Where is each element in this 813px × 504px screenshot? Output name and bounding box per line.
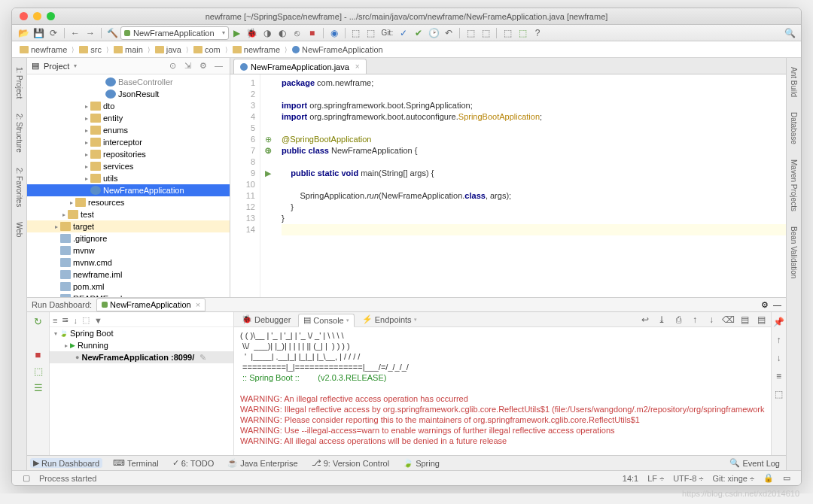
tree-node[interactable]: ▸entity (27, 112, 230, 124)
dash-tree[interactable]: ≡≡̵↓⬚▼ ▾🍃Spring Boot▸▶Running●NewFrameAp… (50, 312, 234, 455)
bottom-tab[interactable]: ⌨Terminal (110, 458, 162, 468)
hide-icon[interactable]: — (773, 300, 781, 309)
expand-icon[interactable]: ▸ (68, 199, 75, 206)
breadcrumb-item[interactable]: main (111, 45, 146, 54)
tool-tab[interactable]: Bean Validation (788, 222, 799, 283)
expand-icon[interactable]: ▸ (83, 139, 90, 146)
hide-icon[interactable]: — (215, 61, 225, 71)
settings-icon[interactable]: ⚙ (761, 300, 769, 310)
tool-tab[interactable]: 2: Structure (14, 109, 25, 157)
bottom-tab[interactable]: ✓6: TODO (169, 458, 218, 468)
tree-node[interactable]: ▸interceptor (27, 136, 230, 148)
tree-node[interactable]: BaseController (27, 76, 230, 88)
tool-tab[interactable]: Maven Projects (788, 155, 799, 216)
save-icon[interactable]: 💾 (32, 26, 45, 40)
event-log-tab[interactable]: 🔍Event Log (726, 458, 783, 468)
rerun-icon[interactable]: ↻ (32, 315, 44, 327)
more-icon[interactable]: ☰ (32, 381, 44, 393)
expand-icon[interactable]: ▸ (60, 211, 68, 218)
filter-icon[interactable]: ↓ (73, 316, 78, 325)
bottom-tab[interactable]: ▶Run Dashboard (30, 458, 102, 468)
layout-icon[interactable]: ⬚ (32, 365, 44, 377)
run-config-selector[interactable]: NewFrameApplication (120, 26, 229, 40)
bookmark-icon[interactable]: 📌 (772, 315, 786, 329)
filter-icon[interactable]: ▼ (94, 316, 102, 325)
filter-icon[interactable]: ≡̵ (62, 315, 69, 325)
locate-icon[interactable]: ⊙ (169, 61, 180, 71)
tree-node[interactable]: mvnw.cmd (27, 257, 230, 269)
debug-icon[interactable]: 🐞 (245, 26, 259, 40)
filter-icon[interactable] (32, 332, 44, 344)
services-icon[interactable]: ⬚ (516, 26, 529, 40)
breadcrumb-item[interactable]: newframe (17, 45, 70, 54)
tool-tab[interactable]: Web (14, 217, 25, 241)
tree-node[interactable]: ▸dto (27, 100, 230, 112)
git-branch[interactable]: Git: xinge ÷ (712, 474, 754, 483)
up-icon[interactable]: ↑ (772, 333, 786, 347)
console-tab[interactable]: ⚡Endpoints▾ (358, 313, 422, 326)
console-output[interactable]: ( ( )\__ | '_ | '_| | '_ \/ _' | \ \ \ \… (234, 327, 771, 455)
git-update-icon[interactable]: ✓ (397, 26, 410, 40)
close-tab-icon[interactable]: × (355, 62, 360, 71)
cursor-position[interactable]: 14:1 (623, 474, 638, 483)
soft-wrap-icon[interactable]: ↩ (638, 313, 652, 326)
tree-node[interactable]: .gitignore (27, 232, 230, 244)
console-tab[interactable]: 🐞Debugger (237, 313, 295, 326)
tree-node[interactable]: NewFrameApplication (27, 184, 230, 196)
tree-node[interactable]: JsonResult (27, 88, 230, 100)
tool-tab[interactable]: 1: Project (14, 62, 25, 103)
expand-icon[interactable]: ▸ (53, 223, 60, 230)
structure-icon[interactable]: ⬚ (464, 26, 477, 40)
up-icon[interactable]: ↑ (688, 313, 702, 326)
tree-node[interactable]: ▸resources (27, 196, 230, 208)
editor-tab[interactable]: NewFrameApplication.java × (233, 59, 367, 74)
tree-node[interactable]: newframe.iml (27, 269, 230, 281)
expand-icon[interactable]: ▸ (83, 163, 90, 170)
back-icon[interactable]: ← (69, 26, 82, 40)
dash-tree-node[interactable]: ▸▶Running (50, 339, 233, 351)
print-icon[interactable]: ⎙ (671, 313, 685, 326)
scroll-end-icon[interactable]: ⤓ (655, 313, 668, 326)
tree-node[interactable]: ▸services (27, 160, 230, 172)
open-icon[interactable]: 📂 (17, 26, 30, 40)
tool-tab[interactable]: Database (788, 108, 799, 149)
expand-icon[interactable]: ▸ (83, 151, 90, 158)
search-icon[interactable]: 🔍 (783, 26, 796, 40)
dash-tree-node[interactable]: ●NewFrameApplication :8099/✎ (50, 351, 233, 363)
breadcrumb-item[interactable]: java (152, 45, 184, 54)
lock-icon[interactable]: 🔒 (763, 473, 774, 483)
history-icon[interactable]: ⬚ (364, 26, 378, 40)
bottom-tab[interactable]: ☕Java Enterprise (224, 458, 300, 468)
expand-icon[interactable]: ▸ (83, 127, 90, 134)
minimize-icon[interactable] (33, 12, 41, 20)
close-icon[interactable]: × (196, 300, 200, 309)
attach-icon[interactable]: ⎋ (291, 26, 304, 40)
down-icon[interactable]: ↓ (772, 351, 786, 365)
settings-icon[interactable]: ⬚ (772, 387, 786, 401)
tool-tab[interactable]: 2: Favorites (14, 163, 25, 211)
breadcrumb-item[interactable]: com (190, 45, 224, 54)
zoom-icon[interactable] (47, 12, 55, 20)
tools-icon[interactable]: ⬚ (479, 26, 492, 40)
breadcrumb-item[interactable]: newframe (230, 45, 283, 54)
code-area[interactable]: 1234567891011121314 ⊕ ⚙⊕ ▶ package com.n… (230, 74, 786, 297)
tree-node[interactable]: ▸enums (27, 124, 230, 136)
dash-tree-node[interactable]: ▾🍃Spring Boot (50, 327, 233, 339)
bottom-tab[interactable]: ⎇9: Version Control (309, 458, 392, 468)
down-icon[interactable]: ↓ (705, 313, 718, 326)
update-icon[interactable]: ◉ (327, 26, 341, 40)
filter-icon[interactable]: ▤ (738, 313, 751, 326)
editor-gutter[interactable]: ⊕ ⚙⊕ ▶ (260, 74, 276, 297)
tree-node[interactable]: ▸target (27, 220, 230, 232)
settings-icon[interactable]: ⚙ (199, 61, 210, 71)
git-commit-icon[interactable]: ✔ (412, 26, 425, 40)
run-icon[interactable]: ▶ (230, 26, 244, 40)
filter-icon[interactable]: ⬚ (82, 315, 90, 325)
expand-icon[interactable]: ▸ (83, 175, 90, 182)
build-icon[interactable]: 🔨 (105, 26, 119, 40)
filter-icon[interactable]: ≡ (53, 316, 57, 325)
expand-icon[interactable]: ▸ (83, 103, 90, 110)
tree-node[interactable]: pom.xml (27, 281, 230, 293)
forward-icon[interactable]: → (84, 26, 97, 40)
layout-icon[interactable]: ≡ (772, 369, 786, 383)
